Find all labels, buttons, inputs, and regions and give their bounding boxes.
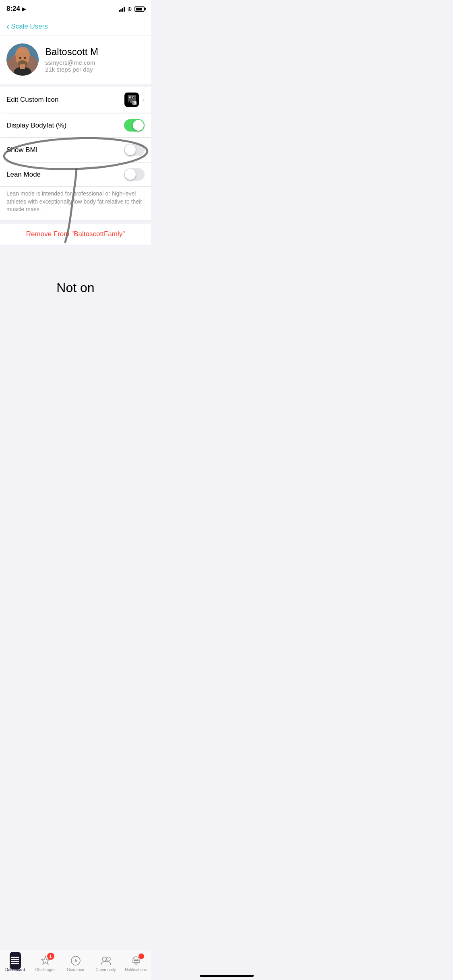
edit-custom-icon-label: Edit Custom Icon xyxy=(6,96,58,104)
remove-button[interactable]: Remove From "BaltoscottFamly" xyxy=(0,224,151,245)
main-content: Baltoscott M ssmyers@me.com 21k steps pe… xyxy=(0,35,151,369)
status-bar: 8:24 ▶ ⊕ xyxy=(0,0,151,18)
svg-rect-22 xyxy=(134,103,135,104)
location-icon: ▶ xyxy=(22,6,26,12)
not-on-text: Not on xyxy=(56,280,94,295)
avatar xyxy=(6,43,39,76)
svg-rect-10 xyxy=(20,64,25,69)
display-bodyfat-label: Display Bodyfat (%) xyxy=(6,121,66,130)
svg-rect-11 xyxy=(128,95,136,101)
show-bmi-toggle[interactable] xyxy=(124,144,145,156)
signal-icon xyxy=(119,6,125,12)
battery-icon xyxy=(134,6,145,12)
lean-mode-description: Lean mode is intended for professional o… xyxy=(0,187,151,220)
back-label: Scale Users xyxy=(11,23,48,31)
svg-rect-19 xyxy=(133,97,134,98)
lean-mode-row: Lean Mode xyxy=(0,163,151,187)
edit-custom-icon-right: › xyxy=(124,93,145,107)
svg-rect-14 xyxy=(130,101,132,103)
svg-rect-18 xyxy=(130,97,130,98)
chevron-right-icon: › xyxy=(142,96,145,104)
profile-name: Baltoscott M xyxy=(45,46,145,58)
display-bodyfat-toggle[interactable] xyxy=(124,119,145,132)
profile-steps: 21k steps per day xyxy=(45,66,145,73)
remove-label: Remove From "BaltoscottFamly" xyxy=(26,230,125,238)
time-display: 8:24 xyxy=(6,5,20,13)
display-bodyfat-row: Display Bodyfat (%) xyxy=(0,113,151,138)
custom-icon-preview xyxy=(124,93,139,107)
svg-rect-21 xyxy=(133,102,134,104)
lean-mode-label: Lean Mode xyxy=(6,171,41,179)
content-area: Not on xyxy=(0,248,151,328)
remove-section: Remove From "BaltoscottFamly" xyxy=(0,224,151,245)
lean-mode-toggle[interactable] xyxy=(124,168,145,181)
svg-point-7 xyxy=(19,57,21,59)
profile-email: ssmyers@me.com xyxy=(45,59,145,66)
svg-rect-12 xyxy=(128,100,129,102)
lean-mode-desc-text: Lean mode is intended for professional o… xyxy=(6,190,142,212)
status-time: 8:24 ▶ xyxy=(6,5,26,13)
back-chevron-icon: ‹ xyxy=(6,22,9,31)
settings-section: Edit Custom Icon xyxy=(0,87,151,220)
back-button[interactable]: ‹ Scale Users xyxy=(6,22,48,31)
show-bmi-row: Show BMI xyxy=(0,138,151,162)
edit-custom-icon-row[interactable]: Edit Custom Icon xyxy=(0,87,151,113)
link-icon: ⊕ xyxy=(127,6,132,12)
page-wrapper: 8:24 ▶ ⊕ ‹ Scale Users xyxy=(0,0,151,369)
nav-bar: ‹ Scale Users xyxy=(0,18,151,35)
show-bmi-label: Show BMI xyxy=(6,146,37,154)
svg-point-8 xyxy=(24,57,26,59)
profile-info: Baltoscott M ssmyers@me.com 21k steps pe… xyxy=(45,46,145,73)
status-icons: ⊕ xyxy=(119,6,145,12)
profile-section: Baltoscott M ssmyers@me.com 21k steps pe… xyxy=(0,35,151,84)
